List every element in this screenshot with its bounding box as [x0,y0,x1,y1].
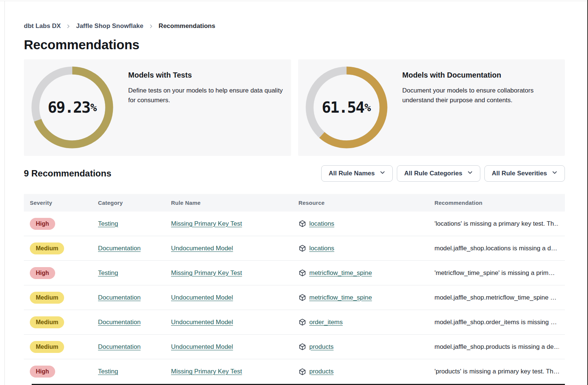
column-header-category: Category [98,200,171,206]
resource-link[interactable]: locations [309,245,334,252]
donut-percent-label: 61.54% [306,66,388,148]
breadcrumb: dbt Labs DX Jaffle Shop Snowflake Recomm… [24,22,565,30]
filter-label: All Rule Severities [492,170,547,177]
recommendations-list-header: 9 Recommendations All Rule Names All Rul… [24,165,565,182]
rule-name-link[interactable]: Undocumented Model [171,294,233,301]
severity-badge: Medium [30,341,64,353]
severity-cell: Medium [30,242,98,254]
rule-name-cell: Missing Primary Key Test [171,220,298,228]
resource-cell: metricflow_time_spine [298,269,434,277]
category-link[interactable]: Documentation [98,294,140,301]
severity-badge: High [30,218,55,230]
breadcrumb-item-jaffle-shop-snowflake[interactable]: Jaffle Shop Snowflake [76,22,143,30]
resource-link[interactable]: products [309,368,333,375]
resource-link[interactable]: products [309,343,333,351]
recommendation-text: model.jaffle_shop.products is missing a … [434,343,559,351]
rule-severities-filter-dropdown[interactable]: All Rule Severities [484,165,565,182]
resource-cell: metricflow_time_spine [298,294,434,301]
page-title: Recommendations [24,37,565,52]
category-cell: Documentation [98,294,171,301]
rule-name-link[interactable]: Undocumented Model [171,343,233,350]
recommendation-text: model.jaffle_shop.order_items is missing… [434,319,559,326]
percent-sign: % [364,101,371,114]
resource-link[interactable]: metricflow_time_spine [309,294,372,301]
model-cube-icon [298,220,306,228]
table-body: High Testing Missing Primary Key Test lo… [24,212,565,384]
rule-name-cell: Missing Primary Key Test [171,269,298,277]
severity-cell: Medium [30,341,98,353]
rule-name-cell: Undocumented Model [171,319,298,326]
category-link[interactable]: Documentation [98,319,140,326]
category-cell: Testing [98,269,171,277]
recommendation-text: model.jaffle_shop.metricflow_time_spine … [434,294,559,301]
filter-label: All Rule Categories [404,170,462,177]
recommendations-count-title: 9 Recommendations [24,168,111,179]
card-title: Models with Documentation [402,71,558,79]
filter-label: All Rule Names [329,170,375,177]
card-text: Models with Documentation Document your … [402,66,558,149]
table-row: Medium Documentation Undocumented Model … [24,285,565,310]
table-row: High Testing Missing Primary Key Test pr… [24,359,565,384]
rule-name-cell: Undocumented Model [171,294,298,301]
rule-name-link[interactable]: Undocumented Model [171,319,233,326]
rule-names-filter-dropdown[interactable]: All Rule Names [321,165,393,182]
rule-name-link[interactable]: Missing Primary Key Test [171,269,242,276]
chevron-down-icon [467,170,473,177]
category-cell: Documentation [98,319,171,326]
resource-link[interactable]: locations [309,220,334,228]
breadcrumb-item-dbt-labs-dx[interactable]: dbt Labs DX [24,22,61,30]
window-left-edge [4,1,5,385]
column-header-rule-name: Rule Name [171,200,298,206]
resource-link[interactable]: metricflow_time_spine [309,269,372,277]
models-with-tests-card: 69.23% Models with Tests Define tests on… [24,59,291,156]
models-with-tests-donut-chart: 69.23% [31,66,113,148]
severity-badge: Medium [30,316,64,328]
category-link[interactable]: Testing [98,269,118,276]
table-row: Medium Documentation Undocumented Model … [24,310,565,335]
model-cube-icon [298,244,306,252]
severity-cell: High [30,366,98,378]
table-row: Medium Documentation Undocumented Model … [24,335,565,359]
recommendations-table: Severity Category Rule Name Resource Rec… [24,194,565,384]
resource-link[interactable]: order_items [309,319,343,326]
main-content: dbt Labs DX Jaffle Shop Snowflake Recomm… [24,0,565,384]
percent-value: 61.54 [322,98,364,116]
rule-name-cell: Undocumented Model [171,245,298,252]
card-description: Define tests on your models to help ensu… [128,86,284,106]
category-link[interactable]: Documentation [98,343,140,350]
rule-name-link[interactable]: Missing Primary Key Test [171,368,242,375]
column-header-severity: Severity [30,200,98,206]
percent-sign: % [90,101,97,114]
category-link[interactable]: Documentation [98,245,140,252]
chevron-down-icon [380,170,385,177]
rule-name-link[interactable]: Missing Primary Key Test [171,220,242,227]
model-cube-icon [298,343,306,351]
rule-name-link[interactable]: Undocumented Model [171,245,233,252]
chevron-right-icon [66,24,71,29]
category-link[interactable]: Testing [98,368,118,375]
severity-cell: Medium [30,316,98,328]
category-cell: Testing [98,368,171,375]
metric-cards: 69.23% Models with Tests Define tests on… [24,59,565,156]
resource-cell: products [298,343,434,351]
card-description: Document your models to ensure collabora… [402,86,558,106]
category-link[interactable]: Testing [98,220,118,227]
card-title: Models with Tests [128,71,284,79]
column-header-resource: Resource [298,200,434,206]
recommendation-text: 'metricflow_time_spine' is missing a pri… [434,269,559,277]
breadcrumb-item-recommendations: Recommendations [159,22,215,30]
severity-badge: Medium [30,292,64,304]
rule-categories-filter-dropdown[interactable]: All Rule Categories [397,165,480,182]
severity-cell: Medium [30,292,98,304]
table-header-row: Severity Category Rule Name Resource Rec… [24,194,565,212]
model-cube-icon [298,368,306,376]
chevron-right-icon [149,24,154,29]
severity-badge: High [30,267,55,279]
card-text: Models with Tests Define tests on your m… [128,66,284,149]
resource-cell: locations [298,220,434,228]
donut-percent-label: 69.23% [31,66,113,148]
table-row: Medium Documentation Undocumented Model … [24,236,565,261]
recommendation-text: model.jaffle_shop.locations is missing a… [434,245,559,252]
model-cube-icon [298,294,306,301]
resource-cell: order_items [298,318,434,326]
